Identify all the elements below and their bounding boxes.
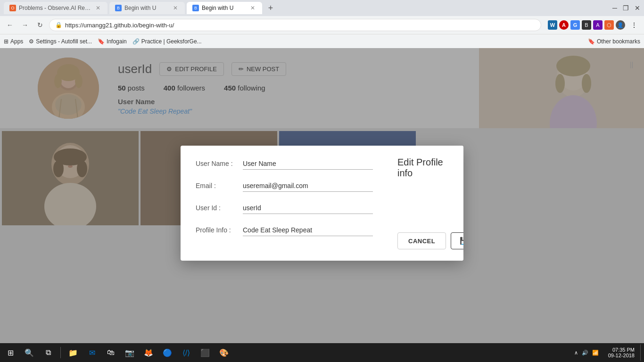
search-button[interactable]: 🔍: [21, 344, 38, 361]
tab-2[interactable]: B Begin with U ✕: [109, 2, 185, 14]
ext-a-icon[interactable]: A: [593, 20, 603, 30]
clock-area[interactable]: 07:35 PM 09-12-2018: [604, 347, 638, 358]
bookmark-geeks-label: Practice | GeeksforGe...: [141, 38, 202, 45]
tab-3-favicon: B: [192, 5, 199, 11]
bookmarks-bar: ⊞ Apps ⚙ Settings - Autofill set... 🔖 In…: [0, 34, 644, 48]
taskbar: ⊞ 🔍 ⧉ 📁 ✉ 🛍 📷 🦊 🔵 ⟨/⟩ ⬛ 🎨 ∧ 🔊 📶 07:35 PM…: [0, 343, 644, 362]
bookmark-apps[interactable]: ⊞ Apps: [4, 38, 23, 45]
address-bar: ← → ↻ 🔒 https://umangg21.github.io/begin…: [0, 16, 644, 34]
paint-icon[interactable]: 🎨: [215, 344, 232, 361]
other-bookmarks-icon: 🔖: [588, 38, 595, 45]
tab-3[interactable]: B Begin with U ✕: [187, 2, 262, 14]
browser-chrome: O Problems - Observe.AI ReactJs H... ✕ B…: [0, 0, 644, 48]
bookmark-settings-label: Settings - Autofill set...: [36, 38, 92, 45]
edit-profile-dialog: User Name : Email : User Id : Profile In…: [181, 146, 463, 261]
start-button[interactable]: ⊞: [2, 344, 19, 361]
form-row-userid: User Id :: [196, 203, 373, 214]
mail-icon[interactable]: ✉: [83, 344, 100, 361]
username-label: User Name :: [196, 160, 243, 167]
dialog-actions: CANCEL 💾 SAVE: [397, 232, 454, 249]
forward-button[interactable]: →: [19, 19, 31, 31]
tab-3-close[interactable]: ✕: [249, 4, 256, 12]
profileinfo-label: Profile Info :: [196, 226, 243, 234]
windows-store-icon[interactable]: 🛍: [102, 344, 119, 361]
ext-avatar-icon[interactable]: 👤: [616, 20, 625, 30]
bookmark-apps-label: Apps: [10, 38, 23, 45]
speaker-icon[interactable]: 🔊: [582, 350, 588, 356]
vscode-icon[interactable]: ⟨/⟩: [178, 344, 195, 361]
bookmark-infogain-label: Infogain: [107, 38, 127, 45]
extension-icons: W A G B A ⬡ 👤: [548, 20, 625, 30]
userid-input[interactable]: [243, 203, 373, 214]
taskbar-clock: 07:35 PM 09-12-2018: [608, 347, 635, 358]
tab-1-close[interactable]: ✕: [94, 4, 102, 12]
bookmark-geeksforgeeks[interactable]: 🔗 Practice | GeeksforGe...: [132, 38, 202, 45]
url-text: https://umangg21.github.io/begin-with-u/: [65, 22, 174, 29]
minimize-button[interactable]: ─: [612, 4, 617, 12]
tab-1[interactable]: O Problems - Observe.AI ReactJs H... ✕: [4, 2, 107, 14]
firefox-icon[interactable]: 🦊: [140, 344, 157, 361]
geeks-icon: 🔗: [132, 38, 140, 45]
bookmark-infogain[interactable]: 🔖 Infogain: [98, 38, 127, 45]
dialog-title: Edit Profile info: [397, 157, 454, 179]
userid-label: User Id :: [196, 204, 243, 212]
lock-icon: 🔒: [55, 22, 62, 28]
bookmark-settings[interactable]: ⚙ Settings - Autofill set...: [29, 38, 92, 45]
page-content: userId ⚙ EDIT PROFILE ✏ NEW POST 50 post…: [0, 48, 644, 358]
ext-adblock-icon[interactable]: A: [559, 20, 569, 30]
terminal-icon[interactable]: ⬛: [197, 344, 214, 361]
file-explorer-button[interactable]: 📁: [65, 344, 82, 361]
back-button[interactable]: ←: [4, 19, 16, 31]
window-controls: ─ ❐ ✕: [612, 4, 640, 12]
network-icon[interactable]: 📶: [592, 350, 599, 356]
tab-1-favicon: O: [9, 5, 16, 11]
other-bookmarks-label: Other bookmarks: [597, 38, 640, 45]
ext-b-icon[interactable]: B: [582, 20, 591, 30]
save-button[interactable]: 💾 SAVE: [451, 232, 463, 249]
profileinfo-input[interactable]: [243, 225, 373, 236]
modal-overlay: User Name : Email : User Id : Profile In…: [0, 48, 644, 358]
infogain-icon: 🔖: [98, 38, 105, 45]
task-view-button[interactable]: ⧉: [40, 344, 57, 361]
save-icon: 💾: [460, 237, 463, 245]
dialog-right-panel: Edit Profile info CANCEL 💾 SAVE: [388, 146, 463, 261]
new-tab-button[interactable]: +: [264, 1, 277, 15]
bookmark-other[interactable]: 🔖 Other bookmarks: [588, 38, 640, 45]
date-display: 09-12-2018: [608, 353, 635, 358]
apps-grid-icon: ⊞: [4, 38, 8, 45]
tab-2-close[interactable]: ✕: [172, 4, 179, 12]
title-bar: O Problems - Observe.AI ReactJs H... ✕ B…: [0, 0, 644, 16]
tab-2-favicon: B: [115, 5, 122, 11]
chevron-up-icon[interactable]: ∧: [574, 350, 578, 356]
ext-w-icon[interactable]: W: [548, 20, 557, 30]
system-tray: ∧ 🔊 📶: [570, 350, 603, 356]
ext-r-icon[interactable]: ⬡: [604, 20, 614, 30]
settings-icon: ⚙: [29, 38, 34, 45]
photos-icon[interactable]: 📷: [121, 344, 138, 361]
chrome-icon[interactable]: 🔵: [159, 344, 176, 361]
form-row-username: User Name :: [196, 159, 373, 170]
tab-2-title: Begin with U: [124, 5, 169, 11]
tab-1-title: Problems - Observe.AI ReactJs H...: [19, 5, 91, 11]
dialog-form: User Name : Email : User Id : Profile In…: [181, 146, 388, 261]
cancel-button[interactable]: CANCEL: [397, 232, 446, 249]
reload-button[interactable]: ↻: [34, 19, 46, 31]
ext-g-icon[interactable]: G: [570, 20, 580, 30]
show-desktop-button[interactable]: [640, 344, 642, 361]
username-input[interactable]: [243, 159, 373, 170]
time-display: 07:35 PM: [608, 347, 635, 353]
url-bar[interactable]: 🔒 https://umangg21.github.io/begin-with-…: [49, 19, 541, 31]
maximize-button[interactable]: ❐: [623, 4, 629, 12]
form-row-profileinfo: Profile Info :: [196, 225, 373, 236]
email-input[interactable]: [243, 181, 373, 192]
chrome-menu-button[interactable]: ⋮: [628, 19, 640, 31]
tab-3-title: Begin with U: [202, 5, 246, 11]
taskbar-separator-1: [60, 347, 61, 358]
email-label: Email :: [196, 182, 243, 189]
close-button[interactable]: ✕: [635, 4, 640, 12]
form-row-email: Email :: [196, 181, 373, 192]
